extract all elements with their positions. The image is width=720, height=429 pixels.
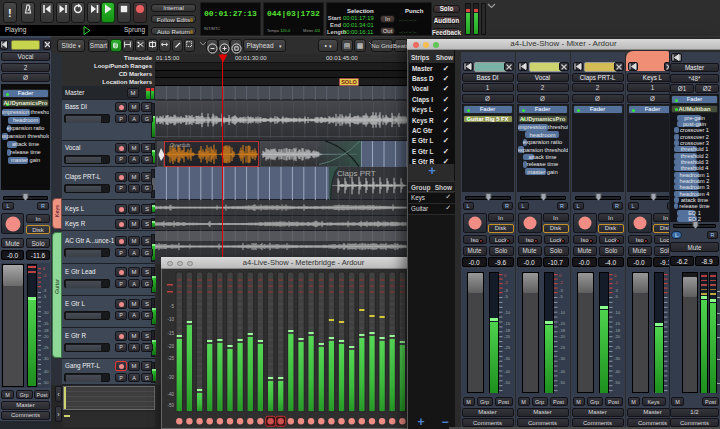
svg-text:-50: -50 bbox=[167, 403, 174, 408]
svg-text:-20: -20 bbox=[167, 344, 174, 349]
svg-text:-40: -40 bbox=[167, 392, 174, 397]
svg-text:-25: -25 bbox=[167, 356, 174, 361]
svg-text:-15: -15 bbox=[167, 331, 174, 336]
svg-text:-30: -30 bbox=[167, 375, 174, 380]
svg-text:-10: -10 bbox=[167, 317, 174, 322]
svg-text:-5: -5 bbox=[170, 304, 174, 309]
